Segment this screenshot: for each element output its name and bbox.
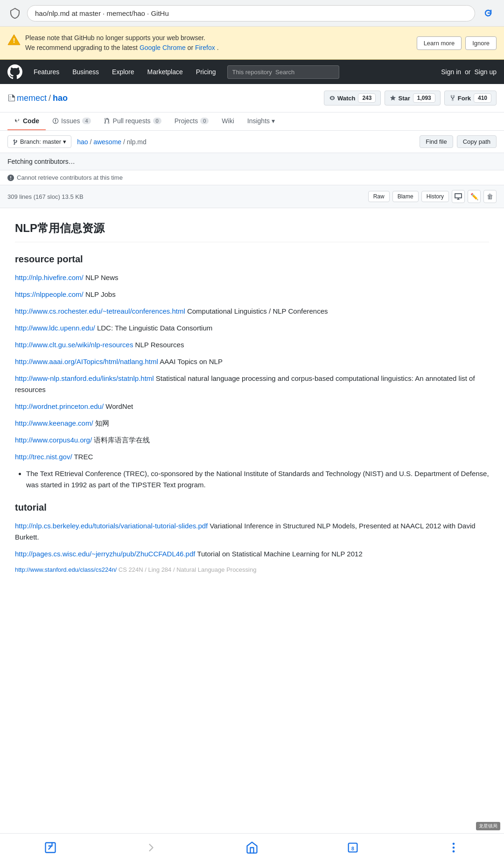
section-tutorial: tutorial	[15, 500, 489, 515]
star-button[interactable]: Star 1,093	[385, 91, 440, 105]
tab-code[interactable]: Code	[7, 112, 46, 130]
link-clt-gu: http://www.clt.gu.se/wiki/nlp-resources …	[15, 339, 489, 351]
history-button[interactable]: History	[421, 191, 449, 202]
nav-marketplace[interactable]: Marketplace	[142, 64, 189, 79]
browser-shield-icon	[7, 6, 22, 21]
warning-text: Please note that GitHub no longer suppor…	[25, 33, 219, 53]
refresh-icon[interactable]	[480, 5, 497, 21]
ignore-button[interactable]: Ignore	[465, 36, 497, 50]
link-nlp-people: https://nlppeople.com/ NLP Jobs	[15, 289, 489, 300]
nav-business[interactable]: Business	[67, 64, 105, 79]
star-count: 1,093	[413, 93, 435, 103]
warning-banner: ! Please note that GitHub no longer supp…	[0, 27, 504, 60]
branch-label: Branch: master	[20, 138, 61, 145]
contributors-bar: Fetching contributors…	[0, 153, 504, 170]
raw-button[interactable]: Raw	[368, 191, 390, 202]
nav-explore[interactable]: Explore	[106, 64, 140, 79]
link-ldc: http://www.ldc.upenn.edu/ LDC: The Lingu…	[15, 323, 489, 334]
tab-issues[interactable]: Issues 4	[46, 112, 98, 130]
link-corpus4u: http://www.corpus4u.org/ 语料库语言学在线	[15, 435, 489, 446]
repo-header: memect / hao Watch 243 Star 1,093 Fork 4…	[0, 84, 504, 112]
file-lines: 309 lines (167 sloc)	[7, 193, 60, 200]
link-wisc-zhu: http://pages.cs.wisc.edu/~jerryzhu/pub/Z…	[15, 548, 489, 560]
url-bar[interactable]: hao/nlp.md at master · memect/hao · GitH…	[27, 5, 475, 21]
copy-path-button[interactable]: Copy path	[457, 135, 497, 148]
firefox-link[interactable]: Firefox	[195, 44, 215, 51]
repo-tabs: Code Issues 4 Pull requests 0 Projects 0…	[0, 112, 504, 131]
link-wordnet: http://wordnet.princeton.edu/ WordNet	[15, 401, 489, 412]
address-bar: hao/nlp.md at master · memect/hao · GitH…	[0, 0, 504, 27]
projects-badge: 0	[200, 118, 209, 124]
branch-selector[interactable]: Branch: master ▾	[7, 135, 71, 148]
sign-up-link[interactable]: Sign up	[475, 68, 497, 76]
cannot-retrieve-bar: Cannot retrieve contributors at this tim…	[0, 170, 504, 185]
tab-wiki[interactable]: Wiki	[215, 112, 240, 130]
chrome-link[interactable]: Google Chrome	[140, 44, 186, 51]
section-resource-portal: resource portal	[15, 252, 489, 267]
watch-count: 243	[358, 93, 376, 103]
github-logo-icon	[7, 64, 22, 79]
tab-insights[interactable]: Insights ▾	[241, 112, 281, 130]
find-file-button[interactable]: Find file	[420, 135, 453, 148]
issues-badge: 4	[82, 118, 91, 124]
nav-auth: Sign in or Sign up	[441, 68, 497, 76]
or-text: or	[465, 68, 470, 76]
file-size: 13.5 KB	[62, 193, 83, 200]
repo-actions: Watch 243 Star 1,093 Fork 410	[324, 91, 497, 105]
link-cs-rochester: http://www.cs.rochester.edu/~tetreaul/co…	[15, 306, 489, 317]
display-mode-icon[interactable]	[452, 190, 465, 203]
link-keenage: http://www.keenage.com/ 知网	[15, 418, 489, 429]
trec-description: The Text REtrieval Conference (TREC), co…	[26, 468, 489, 491]
edit-icon[interactable]: ✏️	[468, 190, 481, 203]
nav-pricing[interactable]: Pricing	[190, 64, 222, 79]
repo-owner-link[interactable]: memect	[17, 93, 47, 103]
breadcrumb-file: nlp.md	[127, 138, 147, 146]
breadcrumb-repo-link[interactable]: hao	[77, 138, 88, 146]
link-nlp-hivefire: http://nlp.hivefire.com/ NLP News	[15, 272, 489, 283]
learn-more-button[interactable]: Learn more	[417, 36, 462, 50]
link-stanford-statnlp: http://www-nlp.stanford.edu/links/statnl…	[15, 373, 489, 395]
breadcrumb: hao / awesome / nlp.md	[77, 138, 147, 146]
nav-features[interactable]: Features	[28, 64, 65, 79]
tab-pullrequests[interactable]: Pull requests 0	[98, 112, 168, 130]
nav-bar: Features Business Explore Marketplace Pr…	[0, 60, 504, 84]
link-aaai: http://www.aaai.org/AITopics/html/natlan…	[15, 356, 489, 367]
slash: /	[49, 93, 51, 103]
repo-name-link[interactable]: hao	[53, 93, 68, 103]
link-stanford-cs224n: http://www.stanford.edu/class/cs224n/ CS…	[15, 565, 489, 575]
breadcrumb-dir-link[interactable]: awesome	[93, 138, 121, 146]
trec-note: The Text REtrieval Conference (TREC), co…	[26, 468, 489, 491]
delete-icon[interactable]: 🗑	[483, 190, 497, 203]
fork-count: 410	[474, 93, 491, 103]
warning-icon: !	[7, 33, 21, 46]
path-bar: Branch: master ▾ hao / awesome / nlp.md …	[0, 131, 504, 153]
file-info-bar: 309 lines (167 sloc) 13.5 KB Raw Blame H…	[0, 185, 504, 208]
link-berkeley-variational: http://nlp.cs.berkeley.edu/tutorials/var…	[15, 520, 489, 543]
link-trec: http://trec.nist.gov/ TREC	[15, 451, 489, 463]
blame-button[interactable]: Blame	[392, 191, 419, 202]
repo-title: memect / hao	[7, 93, 68, 103]
tab-projects[interactable]: Projects 0	[168, 112, 216, 130]
fork-button[interactable]: Fork 410	[444, 91, 497, 105]
pr-badge: 0	[153, 118, 161, 124]
search-input[interactable]	[227, 65, 339, 79]
file-content: NLP常用信息资源 resource portal http://nlp.hiv…	[0, 208, 504, 592]
sign-in-link[interactable]: Sign in	[441, 68, 461, 76]
fetching-contributors-text: Fetching contributors…	[7, 158, 75, 165]
cannot-retrieve-text: Cannot retrieve contributors at this tim…	[17, 174, 123, 181]
svg-text:!: !	[13, 37, 15, 44]
file-title: NLP常用信息资源	[15, 219, 489, 242]
watch-button[interactable]: Watch 243	[324, 91, 381, 105]
